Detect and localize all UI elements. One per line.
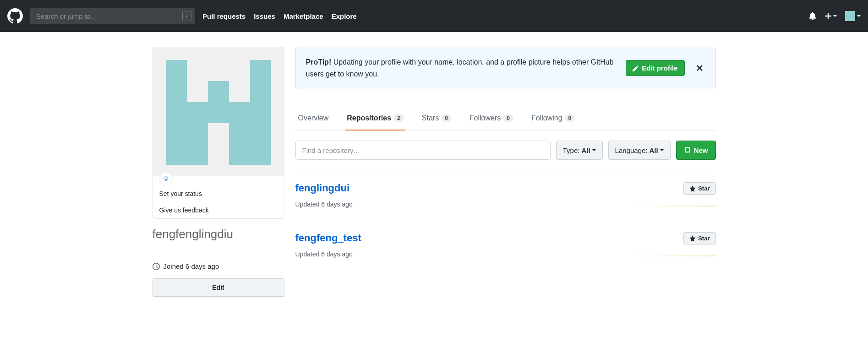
protip-label: ProTip! xyxy=(306,58,332,66)
plus-icon xyxy=(825,13,831,19)
search-input[interactable] xyxy=(30,8,195,24)
profile-sidebar: ☺ Set your status Give us feedback fengf… xyxy=(153,47,284,297)
nav-issues[interactable]: Issues xyxy=(254,12,275,20)
bell-icon xyxy=(808,12,817,20)
search-box: / xyxy=(30,8,195,24)
username: fengfenglingdiu xyxy=(153,227,284,241)
edit-profile-button[interactable]: Edit xyxy=(153,278,284,297)
tab-following[interactable]: Following0 xyxy=(530,108,576,130)
type-filter-value: All xyxy=(581,147,590,154)
protip-text: ProTip! Updating your profile with your … xyxy=(306,56,617,80)
repo-item: fengfeng_test Updated 6 days ago Star xyxy=(295,220,716,270)
edit-profile-banner-button[interactable]: Edit profile xyxy=(626,60,684,76)
identicon-icon xyxy=(166,60,271,165)
svg-rect-8 xyxy=(187,123,208,144)
slash-key-icon: / xyxy=(182,11,191,21)
joined-text: Joined 6 days ago xyxy=(164,262,219,270)
github-icon xyxy=(7,8,23,24)
tab-overview[interactable]: Overview xyxy=(296,108,331,130)
svg-rect-2 xyxy=(250,60,271,81)
star-label: Star xyxy=(698,235,710,242)
svg-rect-10 xyxy=(250,123,271,144)
star-button[interactable]: Star xyxy=(683,232,715,244)
repo-link[interactable]: fengfeng_test xyxy=(295,232,361,244)
status-card: ☺ Set your status Give us feedback xyxy=(153,176,284,219)
repo-main: fenglingdui Updated 6 days ago xyxy=(295,182,629,208)
give-feedback-link[interactable]: Give us feedback xyxy=(153,202,284,218)
tab-label: Followers xyxy=(469,114,501,122)
tab-repositories[interactable]: Repositories2 xyxy=(345,108,405,130)
star-icon xyxy=(689,235,696,242)
type-filter[interactable]: Type: All xyxy=(556,141,603,160)
tab-stars[interactable]: Stars0 xyxy=(420,108,453,130)
pencil-icon xyxy=(633,65,639,71)
profile-tabs: Overview Repositories2 Stars0 Followers0… xyxy=(295,108,716,130)
language-filter-label: Language: xyxy=(615,147,648,154)
tab-count: 0 xyxy=(442,114,451,122)
language-filter[interactable]: Language: All xyxy=(608,141,671,160)
joined-info: Joined 6 days ago xyxy=(153,262,284,270)
tab-count: 0 xyxy=(503,114,513,122)
svg-rect-5 xyxy=(250,81,271,102)
primary-nav: Pull requests Issues Marketplace Explore xyxy=(202,12,357,20)
left-filters: Type: All Language: All xyxy=(295,141,671,160)
svg-rect-13 xyxy=(229,144,250,165)
github-logo[interactable] xyxy=(7,8,23,24)
nav-explore[interactable]: Explore xyxy=(332,12,357,20)
notifications-button[interactable] xyxy=(808,12,817,20)
tab-label: Overview xyxy=(298,114,329,122)
nav-marketplace[interactable]: Marketplace xyxy=(284,12,323,20)
clock-icon xyxy=(153,263,160,270)
repo-filter-bar: Type: All Language: All New xyxy=(295,141,716,160)
tab-label: Stars xyxy=(422,114,439,122)
activity-sparkline xyxy=(629,206,716,206)
repo-right: Star xyxy=(629,182,716,206)
avatar[interactable] xyxy=(153,47,284,179)
user-menu[interactable] xyxy=(845,11,861,21)
avatar-thumbnail xyxy=(845,11,855,21)
smiley-icon[interactable]: ☺ xyxy=(159,172,173,185)
find-repo-input[interactable] xyxy=(295,141,551,160)
header-right xyxy=(808,11,861,21)
svg-rect-7 xyxy=(166,123,187,144)
new-repo-button[interactable]: New xyxy=(676,141,716,160)
page-body: ☺ Set your status Give us feedback fengf… xyxy=(153,32,716,297)
svg-rect-6 xyxy=(166,102,271,123)
svg-rect-14 xyxy=(250,144,271,165)
new-repo-label: New xyxy=(694,147,708,154)
star-button[interactable]: Star xyxy=(683,182,715,195)
tab-label: Following xyxy=(531,114,562,122)
tab-count: 2 xyxy=(394,114,404,122)
edit-profile-banner-label: Edit profile xyxy=(642,64,677,72)
star-icon xyxy=(689,185,696,192)
close-banner-button[interactable]: ✕ xyxy=(694,63,705,74)
svg-rect-11 xyxy=(166,144,187,165)
svg-rect-12 xyxy=(187,144,208,165)
language-filter-value: All xyxy=(649,147,658,154)
repo-main: fengfeng_test Updated 6 days ago xyxy=(295,232,629,258)
global-header: / Pull requests Issues Marketplace Explo… xyxy=(0,0,868,32)
create-menu[interactable] xyxy=(825,13,837,19)
caret-down-icon xyxy=(833,15,837,17)
repo-right: Star xyxy=(629,232,716,256)
nav-pull-requests[interactable]: Pull requests xyxy=(202,12,246,20)
caret-down-icon xyxy=(592,149,596,151)
tab-count: 0 xyxy=(565,114,575,122)
tab-label: Repositories xyxy=(347,114,391,122)
svg-rect-9 xyxy=(229,123,250,144)
star-label: Star xyxy=(698,185,710,192)
svg-rect-3 xyxy=(166,81,187,102)
caret-down-icon xyxy=(857,15,861,17)
svg-rect-4 xyxy=(208,81,229,102)
protip-banner: ProTip! Updating your profile with your … xyxy=(295,47,716,89)
activity-sparkline xyxy=(629,255,716,256)
tab-followers[interactable]: Followers0 xyxy=(468,108,515,130)
repo-icon xyxy=(684,147,691,154)
set-status-link[interactable]: Set your status xyxy=(153,185,284,202)
repo-updated: Updated 6 days ago xyxy=(295,250,629,258)
repo-item: fenglingdui Updated 6 days ago Star xyxy=(295,170,716,220)
type-filter-label: Type: xyxy=(563,147,580,154)
caret-down-icon xyxy=(660,149,664,151)
repo-link[interactable]: fenglingdui xyxy=(295,182,350,194)
svg-rect-1 xyxy=(166,60,187,81)
